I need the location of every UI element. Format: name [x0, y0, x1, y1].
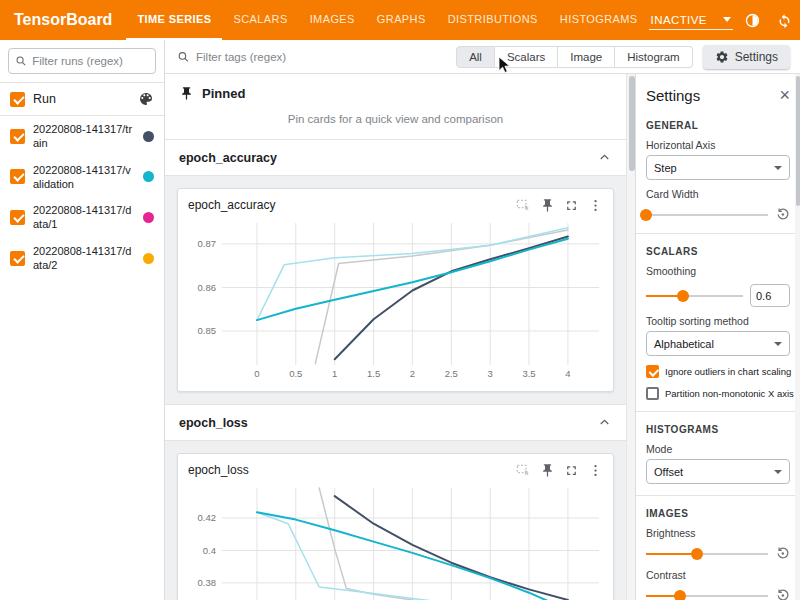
run-color-dot[interactable] — [143, 171, 154, 182]
data-selection-icon[interactable] — [515, 462, 531, 478]
tooltip-sorting-label: Tooltip sorting method — [646, 315, 790, 327]
theme-toggle-icon[interactable] — [741, 8, 765, 32]
main-scrollbar[interactable] — [626, 74, 635, 600]
runs-filter[interactable] — [8, 48, 156, 74]
tab-images[interactable]: IMAGES — [299, 0, 366, 40]
runs-sidebar: Run 20220808-141317/train 20220808-14131… — [0, 40, 165, 600]
chevron-down-icon — [723, 17, 731, 22]
svg-text:0.38: 0.38 — [198, 577, 217, 588]
tab-scalars[interactable]: SCALARS — [222, 0, 298, 40]
tooltip-sorting-value: Alphabetical — [654, 338, 714, 350]
checkbox-icon — [646, 387, 659, 400]
more-options-icon[interactable] — [588, 463, 603, 478]
select-all-runs-checkbox[interactable] — [10, 92, 25, 107]
tab-histograms[interactable]: HISTOGRAMS — [549, 0, 649, 40]
more-options-icon[interactable] — [588, 198, 603, 213]
run-name: 20220808-141317/data/2 — [33, 244, 135, 273]
chevron-down-icon — [774, 470, 782, 474]
run-item-data-1[interactable]: 20220808-141317/data/1 — [0, 197, 164, 238]
reset-icon[interactable] — [775, 588, 790, 600]
search-icon — [177, 50, 190, 64]
chip-all[interactable]: All — [456, 46, 495, 68]
smoothing-slider[interactable] — [646, 289, 743, 302]
scrollbar-thumb[interactable] — [629, 76, 635, 171]
svg-text:0.87: 0.87 — [198, 238, 217, 249]
ignore-outliers-checkbox[interactable]: Ignore outliers in chart scaling — [646, 365, 790, 378]
section-header-epoch-accuracy[interactable]: epoch_accuracy — [165, 140, 626, 176]
run-checkbox[interactable] — [10, 169, 25, 184]
brightness-slider[interactable] — [646, 547, 768, 560]
refresh-icon[interactable] — [773, 8, 797, 32]
section-title: epoch_accuracy — [179, 151, 277, 165]
images-heading: IMAGES — [646, 508, 790, 519]
settings-panel: Settings × GENERAL Horizontal Axis Step … — [635, 74, 800, 600]
settings-scrollbar[interactable] — [795, 74, 800, 600]
run-checkbox[interactable] — [10, 129, 25, 144]
run-color-dot[interactable] — [143, 253, 154, 264]
main-nav: TIME SERIES SCALARS IMAGES GRAPHS DISTRI… — [126, 0, 648, 40]
divider — [636, 411, 800, 412]
search-icon — [15, 54, 27, 68]
app-header: TensorBoard TIME SERIES SCALARS IMAGES G… — [0, 0, 800, 40]
tags-filter[interactable] — [177, 50, 446, 64]
palette-icon[interactable] — [138, 91, 154, 107]
epoch-loss-chart[interactable]: 0.360.380.40.4200.511.522.533.54 — [182, 480, 609, 600]
reset-icon[interactable] — [775, 546, 790, 561]
chip-scalars[interactable]: Scalars — [495, 46, 558, 68]
scrollbar-thumb[interactable] — [796, 76, 800, 206]
fullscreen-icon[interactable] — [564, 198, 579, 213]
run-item-data-2[interactable]: 20220808-141317/data/2 — [0, 238, 164, 279]
chevron-up-icon[interactable] — [597, 150, 612, 165]
tags-filter-input[interactable] — [196, 51, 446, 63]
divider — [636, 233, 800, 234]
close-icon[interactable]: × — [779, 86, 790, 104]
partition-x-axis-checkbox[interactable]: Partition non-monotonic X axis i — [646, 387, 790, 400]
runs-header-row: Run — [0, 83, 164, 115]
histogram-mode-select[interactable]: Offset — [646, 459, 790, 484]
tooltip-sorting-select[interactable]: Alphabetical — [646, 331, 790, 356]
horizontal-axis-value: Step — [654, 162, 677, 174]
section-body-epoch-accuracy: epoch_accuracy 0.850.860.8700.511.522.53… — [165, 176, 626, 405]
reset-icon[interactable] — [775, 207, 790, 222]
smoothing-value-input[interactable] — [750, 284, 790, 307]
tab-graphs[interactable]: GRAPHS — [366, 0, 437, 40]
pinned-title: Pinned — [202, 86, 245, 101]
svg-text:3: 3 — [488, 368, 493, 379]
chip-histogram[interactable]: Histogram — [615, 46, 692, 68]
svg-text:1.5: 1.5 — [367, 368, 380, 379]
tag-filter-bar: All Scalars Image Histogram Settings — [165, 40, 800, 74]
contrast-slider[interactable] — [646, 589, 768, 600]
horizontal-axis-select[interactable]: Step — [646, 155, 790, 180]
run-name: 20220808-141317/data/1 — [33, 203, 135, 232]
section-header-epoch-loss[interactable]: epoch_loss — [165, 405, 626, 441]
epoch-accuracy-chart[interactable]: 0.850.860.8700.511.522.533.54 — [182, 215, 609, 383]
chip-image[interactable]: Image — [558, 46, 615, 68]
section-body-epoch-loss: epoch_loss 0.360.380.40.4200.511.522.533… — [165, 441, 626, 600]
run-checkbox[interactable] — [10, 210, 25, 225]
scalar-card-epoch-accuracy: epoch_accuracy 0.850.860.8700.511.522.53… — [177, 188, 614, 392]
run-name: 20220808-141317/train — [33, 122, 135, 151]
run-color-dot[interactable] — [143, 212, 154, 223]
data-selection-icon[interactable] — [515, 197, 531, 213]
histogram-mode-value: Offset — [654, 466, 683, 478]
svg-text:0.85: 0.85 — [198, 325, 217, 336]
run-item-validation[interactable]: 20220808-141317/validation — [0, 157, 164, 198]
svg-text:0.86: 0.86 — [198, 282, 217, 293]
pin-card-icon[interactable] — [540, 198, 555, 213]
run-item-train[interactable]: 20220808-141317/train — [0, 116, 164, 157]
card-width-slider[interactable] — [646, 208, 768, 221]
run-color-dot[interactable] — [143, 131, 154, 142]
runs-filter-input[interactable] — [32, 55, 149, 67]
run-checkbox[interactable] — [10, 251, 25, 266]
tab-distributions[interactable]: DISTRIBUTIONS — [437, 0, 549, 40]
settings-button[interactable]: Settings — [703, 45, 790, 69]
app-logo[interactable]: TensorBoard — [0, 0, 126, 40]
fullscreen-icon[interactable] — [564, 463, 579, 478]
chevron-up-icon[interactable] — [597, 415, 612, 430]
tab-time-series[interactable]: TIME SERIES — [126, 0, 222, 40]
card-header: epoch_loss — [178, 454, 613, 480]
card-width-label: Card Width — [646, 188, 790, 200]
pin-card-icon[interactable] — [540, 463, 555, 478]
settings-button-label: Settings — [735, 50, 778, 64]
reload-status-dropdown[interactable]: INACTIVE — [649, 11, 733, 30]
